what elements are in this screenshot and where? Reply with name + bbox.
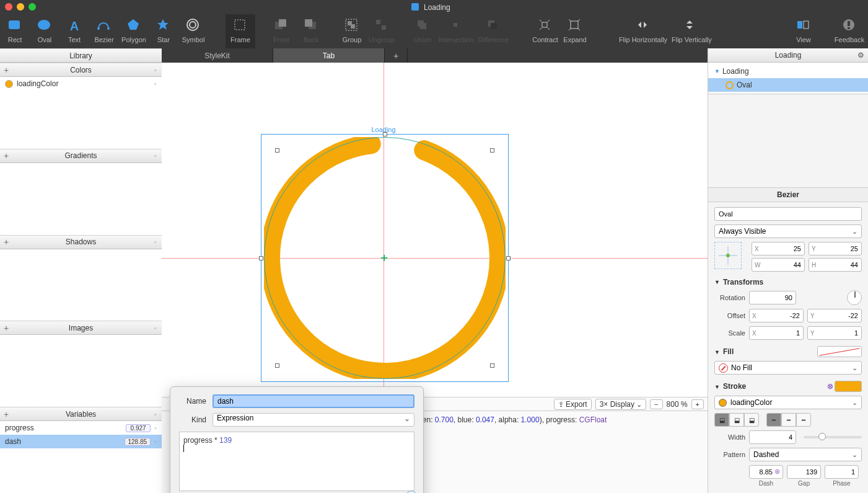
- outline: ▼Loading Oval: [708, 63, 868, 94]
- zoom-window[interactable]: [28, 3, 36, 11]
- stroke-swatch[interactable]: [835, 381, 862, 392]
- w-input[interactable]: [760, 261, 804, 269]
- svg-rect-0: [9, 20, 20, 29]
- width-slider[interactable]: [804, 436, 862, 438]
- titlebar: Loading: [0, 0, 868, 14]
- display-select[interactable]: 3× Display ⌄: [595, 399, 646, 410]
- expression-input[interactable]: progress * 139: [179, 432, 414, 491]
- close-window[interactable]: [5, 3, 12, 11]
- view-tool[interactable]: View: [789, 14, 818, 48]
- scale-y-input[interactable]: [815, 329, 861, 337]
- svg-rect-26: [848, 27, 850, 29]
- menu-dot-icon[interactable]: ◦: [154, 66, 157, 74]
- svg-rect-25: [848, 21, 850, 26]
- tab-add[interactable]: +: [385, 48, 408, 63]
- x-input[interactable]: [759, 245, 804, 252]
- h-input[interactable]: [816, 261, 861, 269]
- svg-rect-14: [351, 24, 355, 29]
- polygon-tool[interactable]: Polygon: [119, 14, 149, 48]
- export-button[interactable]: ⇪ Export: [554, 399, 592, 410]
- variable-row[interactable]: progress 0.927◦: [0, 421, 162, 435]
- stroke-section[interactable]: ▼Stroke⊗: [714, 381, 862, 392]
- stroke-width-input[interactable]: [750, 433, 796, 441]
- zoom-out[interactable]: −: [650, 399, 662, 409]
- svg-rect-11: [305, 19, 312, 27]
- add-color-icon[interactable]: +: [4, 65, 9, 75]
- flip-h-tool[interactable]: Flip Horizontally: [615, 14, 672, 48]
- svg-point-30: [726, 254, 730, 257]
- union-tool[interactable]: Union: [408, 14, 437, 48]
- frame-tool[interactable]: Frame: [226, 14, 255, 48]
- minimize-window[interactable]: [17, 3, 24, 11]
- svg-rect-19: [491, 23, 497, 29]
- gradients-header[interactable]: +Gradients◦: [0, 149, 162, 163]
- document-tabs: StyleKit Tab +: [162, 48, 708, 63]
- svg-rect-9: [279, 19, 286, 27]
- color-item[interactable]: loadingColor ◦: [0, 77, 162, 91]
- ungroup-tool[interactable]: Ungroup: [367, 14, 397, 48]
- variable-kind-select[interactable]: Expression: [213, 413, 414, 427]
- star-tool[interactable]: Star: [149, 14, 178, 48]
- line-cap-buttons[interactable]: ⬓⬓⬓: [714, 413, 759, 427]
- inspector-menu-icon[interactable]: ⚙: [857, 51, 864, 60]
- svg-rect-23: [804, 21, 809, 29]
- transforms-section[interactable]: ▼Transforms: [714, 278, 862, 286]
- stroke-color-select[interactable]: loadingColor: [714, 396, 862, 409]
- scale-x-input[interactable]: [756, 329, 803, 337]
- variable-row-selected[interactable]: dash 128.85◦: [0, 435, 162, 448]
- fill-section[interactable]: ▼Fill: [714, 346, 862, 357]
- offset-x-input[interactable]: [756, 312, 803, 319]
- gap-input[interactable]: [787, 468, 820, 476]
- tab-canvas[interactable]: Tab: [273, 48, 385, 63]
- window-title: Loading: [36, 2, 826, 12]
- front-tool[interactable]: Front: [266, 14, 296, 48]
- flip-v-tool[interactable]: Flip Vertically: [672, 14, 709, 48]
- bezier-tool[interactable]: Bezier: [89, 14, 119, 48]
- oval-icon: [726, 81, 734, 89]
- intersect-tool[interactable]: Intersection: [437, 14, 475, 48]
- expand-tool[interactable]: Expand: [560, 14, 590, 48]
- frame-origin-control[interactable]: [714, 242, 742, 269]
- outline-root[interactable]: ▼Loading: [708, 64, 868, 78]
- popover-name-label: Name: [179, 397, 206, 406]
- y-input[interactable]: [816, 245, 861, 252]
- back-tool[interactable]: Back: [296, 14, 326, 48]
- var-value[interactable]: 0.927: [126, 424, 151, 432]
- variable-name-input[interactable]: [213, 394, 414, 408]
- center-origin-icon: [381, 255, 387, 261]
- variables-header[interactable]: +Variables◦: [0, 407, 162, 421]
- difference-tool[interactable]: Difference: [475, 14, 512, 48]
- group-tool[interactable]: Group: [337, 14, 367, 48]
- contract-tool[interactable]: Contract: [530, 14, 560, 48]
- colors-header[interactable]: +Colors◦: [0, 63, 162, 77]
- text-tool[interactable]: AText: [59, 14, 89, 48]
- fill-select[interactable]: No Fill: [714, 361, 862, 375]
- outline-oval[interactable]: Oval: [708, 78, 868, 92]
- line-join-buttons[interactable]: ━━━: [766, 413, 811, 427]
- tab-stylekit[interactable]: StyleKit: [162, 48, 273, 63]
- rect-tool[interactable]: Rect: [0, 14, 30, 48]
- oval-tool[interactable]: Oval: [30, 14, 59, 48]
- symbol-tool[interactable]: Symbol: [178, 14, 208, 48]
- feedback-tool[interactable]: Feedback: [831, 14, 868, 48]
- rotation-input[interactable]: [750, 294, 796, 301]
- shape-name-input[interactable]: [714, 207, 862, 221]
- svg-rect-16: [382, 25, 386, 30]
- offset-y-input[interactable]: [815, 312, 861, 319]
- images-header[interactable]: +Images◦: [0, 321, 162, 335]
- variable-editor-popover: Name Kind Expression progress * 139 ?: [170, 386, 424, 493]
- rotation-dial[interactable]: [847, 290, 862, 305]
- fill-swatch[interactable]: [817, 346, 862, 357]
- svg-rect-15: [376, 20, 380, 24]
- svg-point-2: [97, 27, 100, 30]
- visibility-select[interactable]: Always Visible: [714, 224, 862, 238]
- var-value[interactable]: 128.85: [125, 438, 151, 446]
- stroke-link-icon[interactable]: ⊗: [827, 382, 833, 391]
- phase-input[interactable]: [825, 468, 858, 476]
- pattern-select[interactable]: Dashed: [749, 448, 862, 461]
- shadows-header[interactable]: +Shadows◦: [0, 235, 162, 249]
- dash-link-icon[interactable]: ⊗: [774, 468, 780, 476]
- color-swatch-icon: [5, 80, 13, 88]
- zoom-in[interactable]: +: [691, 399, 704, 409]
- canvas-area: StyleKit Tab + Loading: [162, 48, 708, 493]
